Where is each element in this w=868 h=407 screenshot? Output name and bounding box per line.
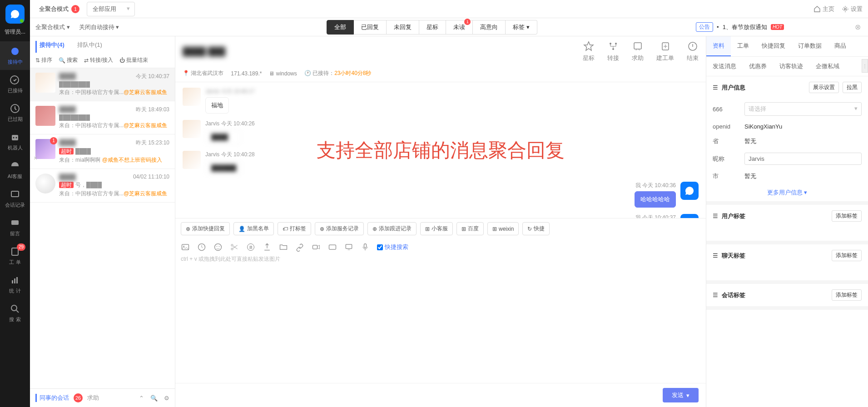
- chat-input[interactable]: ctrl + v 或拖拽到此处可直接粘贴发送图片: [175, 255, 706, 383]
- invite-icon[interactable]: 邀: [246, 243, 255, 252]
- link-icon[interactable]: [295, 243, 304, 252]
- panel-expand-handle[interactable]: ⋮: [862, 59, 868, 73]
- colleague-sessions[interactable]: 同事的会话: [35, 394, 69, 402]
- tb-quick[interactable]: ↻ 快捷: [522, 222, 550, 235]
- field-666-select[interactable]: 请选择 ▾: [744, 102, 862, 116]
- help-link[interactable]: 求助: [87, 394, 99, 402]
- rail-stats[interactable]: 统 计: [0, 270, 30, 299]
- chat-star[interactable]: 星标: [583, 41, 595, 62]
- list-close-icon[interactable]: ×: [34, 154, 37, 162]
- filter-intent[interactable]: 高意向: [473, 20, 506, 35]
- drag-icon[interactable]: ☰: [713, 213, 718, 219]
- conversation-item[interactable]: ████昨天 18:49:03 ████████ 来自：中国移动官方专属...@…: [30, 101, 175, 134]
- svg-point-12: [844, 8, 846, 10]
- rail-receiving[interactable]: 接待中: [0, 41, 30, 70]
- message-out: 我 今天 10:40:37 哈哈哈哈哈: [183, 214, 699, 218]
- sub-wecom[interactable]: 企微私域: [809, 57, 846, 76]
- announce-text[interactable]: 1、春节放假通知: [723, 23, 767, 31]
- footer-search-icon[interactable]: 🔍: [150, 395, 158, 402]
- chat-contact-name: ████ ███: [183, 47, 225, 56]
- add-user-tag-button[interactable]: 添加标签: [832, 210, 862, 222]
- filter-unread[interactable]: 未读1: [446, 20, 473, 35]
- info-tab-order[interactable]: 订单数据: [792, 36, 828, 56]
- rail-records[interactable]: 会话记录: [0, 184, 30, 213]
- tb-baidu[interactable]: ⊞ 百度: [456, 222, 484, 235]
- tool-bulk[interactable]: ⏻ 批量结束: [119, 56, 148, 64]
- scissors-icon[interactable]: [230, 243, 239, 252]
- more-user-info[interactable]: 更多用户信息 ▾: [706, 184, 868, 201]
- filter-starred[interactable]: 星标: [419, 20, 446, 35]
- app-logo[interactable]: [5, 5, 25, 24]
- info-tab-profile[interactable]: 资料: [706, 36, 731, 56]
- app-select[interactable]: 全部应用: [87, 2, 135, 16]
- tool-sort[interactable]: ⇅ 排序: [35, 56, 52, 64]
- home-link[interactable]: 主页: [813, 5, 834, 13]
- info-tab-product[interactable]: 商品: [828, 36, 853, 56]
- sub-send[interactable]: 发送消息: [706, 57, 743, 76]
- chat-help[interactable]: 求助: [632, 41, 644, 62]
- announce-close-icon[interactable]: ⊗: [855, 23, 861, 31]
- colleague-count: 26: [74, 393, 83, 402]
- conversation-item[interactable]: ████04/02 11:10:10 超时号，████ 来自：中国移动官方专属.…: [30, 169, 175, 203]
- chat-ticket[interactable]: 建工单: [656, 41, 674, 62]
- clock-icon[interactable]: [197, 243, 206, 252]
- image-icon[interactable]: [181, 243, 190, 252]
- display-settings-button[interactable]: 展示设置: [809, 82, 839, 93]
- avatar: [35, 174, 55, 194]
- send-button[interactable]: 发送 ▾: [663, 388, 699, 402]
- video-icon[interactable]: [312, 243, 321, 252]
- conversation-item[interactable]: ████今天 10:40:37 ████████ 来自：中国移动官方专属...@…: [30, 68, 175, 101]
- info-tab-quick[interactable]: 快捷回复: [755, 36, 792, 56]
- tb-tag[interactable]: 🏷 打标签: [278, 222, 311, 235]
- conversation-item[interactable]: 1 ████昨天 15:23:10 超时████ 来自：mia啊啊啊 @咸鱼不想…: [30, 134, 175, 169]
- drag-icon[interactable]: ☰: [713, 252, 718, 259]
- chat-end[interactable]: 结束: [687, 41, 699, 62]
- drag-icon[interactable]: ☰: [713, 84, 718, 91]
- upload-icon[interactable]: [263, 243, 272, 252]
- rail-robot[interactable]: 机器人: [0, 127, 30, 156]
- filter-unreplied[interactable]: 未回复: [387, 20, 419, 35]
- filter-all[interactable]: 全部: [327, 20, 354, 35]
- info-tab-ticket[interactable]: 工单: [731, 36, 755, 56]
- chat-transfer[interactable]: 转接: [607, 41, 619, 62]
- folder-icon[interactable]: [279, 243, 288, 252]
- footer-up-icon[interactable]: ⌃: [139, 395, 144, 402]
- sub-coupon[interactable]: 优惠券: [743, 57, 773, 76]
- rail-expired[interactable]: 已过期: [0, 99, 30, 127]
- rail-messages[interactable]: 留言: [0, 213, 30, 242]
- card-icon[interactable]: [328, 243, 337, 252]
- screen-icon[interactable]: [344, 243, 353, 252]
- add-session-tag-button[interactable]: 添加标签: [832, 289, 862, 301]
- filter-tags[interactable]: 标签 ▾: [506, 20, 537, 35]
- tb-xiaokefu[interactable]: ⊞ 小客服: [420, 222, 453, 235]
- emoji-icon[interactable]: [213, 243, 223, 252]
- block-button[interactable]: 拉黑: [843, 82, 862, 93]
- mode-dropdown[interactable]: 全聚合模式 ▾: [35, 23, 70, 31]
- add-chat-tag-button[interactable]: 添加标签: [832, 250, 862, 261]
- duration-text: 🕐 已接待：23小时40分8秒: [304, 69, 372, 77]
- svg-rect-2: [12, 135, 18, 140]
- quick-search-toggle[interactable]: 快捷搜索: [377, 243, 408, 251]
- avatar: [35, 73, 55, 93]
- tab-receiving[interactable]: 接待中(4): [35, 41, 64, 53]
- auto-dropdown[interactable]: 关闭自动接待 ▾: [79, 23, 119, 31]
- filter-replied[interactable]: 已回复: [354, 20, 387, 35]
- mic-icon[interactable]: [361, 243, 370, 252]
- settings-link[interactable]: 设置: [842, 5, 863, 13]
- tool-search[interactable]: 🔍 搜索: [59, 56, 78, 64]
- rail-received[interactable]: 已接待: [0, 70, 30, 99]
- tb-followup[interactable]: ⊕ 添加跟进记录: [367, 222, 417, 235]
- rail-ai[interactable]: AI客服: [0, 156, 30, 184]
- nickname-input[interactable]: [744, 153, 862, 165]
- tb-blacklist[interactable]: 👤 加黑名单: [233, 222, 274, 235]
- drag-icon[interactable]: ☰: [713, 292, 718, 298]
- footer-gear-icon[interactable]: ⚙: [164, 395, 169, 402]
- rail-search[interactable]: 搜 索: [0, 299, 30, 328]
- tb-quick-reply[interactable]: ⊕ 添加快捷回复: [181, 222, 230, 235]
- sub-trace[interactable]: 访客轨迹: [773, 57, 809, 76]
- tab-queued[interactable]: 排队中(1): [77, 41, 102, 53]
- tool-transfer[interactable]: ⇄ 转接/接入: [84, 56, 113, 64]
- tb-service-record[interactable]: ⊕ 添加服务记录: [315, 222, 364, 235]
- rail-tickets[interactable]: 29 工 单: [0, 242, 30, 270]
- tb-weixin[interactable]: ⊞ weixin: [487, 222, 519, 235]
